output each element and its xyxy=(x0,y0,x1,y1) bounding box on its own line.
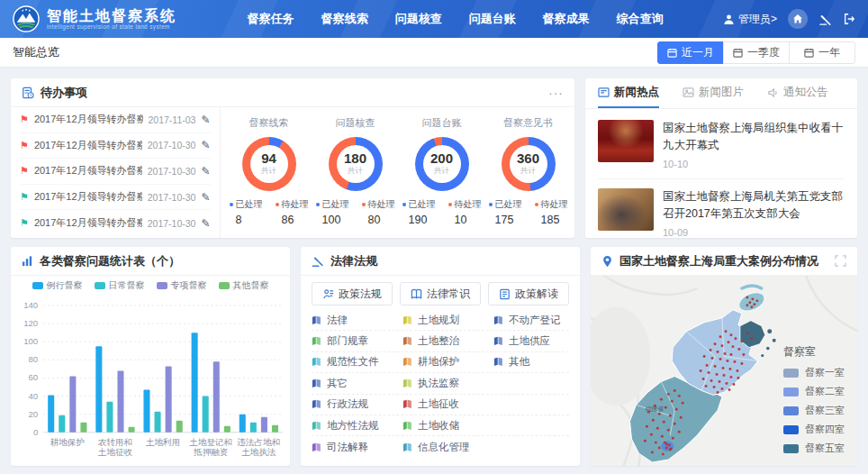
gauge-total-label: 共计 xyxy=(520,166,536,177)
gauge-title: 问题核查 xyxy=(312,116,399,130)
svg-text:土地利用: 土地利用 xyxy=(146,437,180,447)
law-link-label: 地方性法规 xyxy=(327,419,379,433)
gavel-icon[interactable] xyxy=(818,13,832,26)
map-legend-label: 督察一室 xyxy=(805,366,845,379)
map-title: 国家土地督察上海局重大案例分布情况 xyxy=(619,253,818,269)
fullscreen-icon[interactable] xyxy=(835,255,846,267)
map-legend-item-5: 督察五室 xyxy=(783,442,845,455)
gauge-donut: 180共计 xyxy=(329,137,383,191)
edit-icon[interactable]: ✎ xyxy=(201,191,210,204)
gauge-center: 94共计 xyxy=(242,137,296,191)
map-legend-item-4: 督察四室 xyxy=(783,423,845,436)
gauge-legend-pending: 待处理185 xyxy=(535,198,568,226)
law-button-3[interactable]: 政策解读 xyxy=(488,282,569,305)
todo-item-text: 2017年12月领导转办督察线索 xyxy=(34,113,143,126)
user-menu[interactable]: 管理员> xyxy=(723,12,777,27)
period-button-3[interactable]: 一年 xyxy=(789,41,855,64)
law-link-label: 不动产登记 xyxy=(509,314,561,327)
law-link-其他[interactable]: 其他 xyxy=(493,355,569,369)
news-item[interactable]: 国家土地督察上海局组织集中收看十九大开幕式10-10 xyxy=(598,111,845,178)
document-icon xyxy=(499,288,511,300)
gauge-legend-done: 已处理190 xyxy=(402,198,436,226)
law-link-土地规划[interactable]: 土地规划 xyxy=(402,314,493,327)
bar-chart: 020406080100120140耕地保护农转用和土地征收土地利用土地登记和抵… xyxy=(11,296,290,466)
gauge-legend-label: 已处理 xyxy=(230,198,263,211)
law-link-不动产登记[interactable]: 不动产登记 xyxy=(493,314,569,327)
law-link-规范性文件[interactable]: 规范性文件 xyxy=(312,355,402,369)
edit-icon[interactable]: ✎ xyxy=(201,114,210,126)
book-icon xyxy=(402,399,412,409)
gauge-问题核查: 问题核查180共计已处理100待处理80 xyxy=(312,114,399,238)
todo-item-date: 2017-10-30 xyxy=(148,140,196,150)
gauge-total-value: 180 xyxy=(344,151,366,167)
svg-text:40: 40 xyxy=(29,391,39,401)
bar-chart-icon xyxy=(22,255,33,267)
home-icon[interactable] xyxy=(788,9,808,29)
news-item-title[interactable]: 国家土地督察上海局组织集中收看十九大开幕式 xyxy=(663,120,845,155)
news-tab-3[interactable]: 通知公告 xyxy=(767,78,828,108)
law-link-地方性法规[interactable]: 地方性法规 xyxy=(312,419,402,433)
gauge-total-value: 94 xyxy=(261,151,276,167)
edit-icon[interactable]: ✎ xyxy=(201,165,210,178)
news-item-date: 10-09 xyxy=(663,227,845,238)
news-item[interactable]: 国家土地督察上海局机关第五党支部召开2017年第五次支部大会10-09 xyxy=(598,178,845,238)
period-button-2[interactable]: 一季度 xyxy=(723,41,790,64)
news-tab-2[interactable]: 新闻图片 xyxy=(683,78,744,108)
nav-item-5[interactable]: 督察成果 xyxy=(543,11,590,27)
gauge-legend: 已处理190待处理10 xyxy=(399,198,485,226)
todo-item[interactable]: ⚑2017年12月领导转办督察线索2017-11-03✎ xyxy=(20,107,211,133)
todo-item[interactable]: ⚑2017年12月领导转办督察线索2017-10-30✎ xyxy=(20,159,211,185)
app-title: 智能土地督察系统 xyxy=(47,8,181,24)
flag-icon: ⚑ xyxy=(20,141,29,150)
todo-item[interactable]: ⚑2017年12月领导转办督察线索2017-10-30✎ xyxy=(20,185,211,211)
logout-icon[interactable] xyxy=(843,13,855,25)
nav-item-6[interactable]: 综合查询 xyxy=(617,11,664,27)
nav-item-2[interactable]: 督察线索 xyxy=(321,11,368,27)
svg-text:80: 80 xyxy=(29,354,39,364)
todo-item[interactable]: ⚑2017年12月领导转办督察线索2017-10-30✎ xyxy=(20,210,211,236)
law-link-信息化管理[interactable]: 信息化管理 xyxy=(402,441,493,454)
laws-title: 法律法规 xyxy=(330,253,377,269)
nav-item-3[interactable]: 问题核查 xyxy=(395,11,442,27)
issue-chart-card: 各类督察问题统计表（个） 例行督察日常督察专项督察其他督察 0204060801… xyxy=(11,247,290,466)
law-link-耕地保护[interactable]: 耕地保护 xyxy=(402,355,493,369)
svg-text:100: 100 xyxy=(23,336,38,346)
legend-swatch-icon xyxy=(95,282,105,289)
news-item-title[interactable]: 国家土地督察上海局机关第五党支部召开2017年第五次支部大会 xyxy=(663,188,845,223)
law-link-土地整治[interactable]: 土地整治 xyxy=(402,334,493,348)
law-link-司法解释[interactable]: 司法解释 xyxy=(312,441,402,454)
nav-item-1[interactable]: 督察任务 xyxy=(248,11,294,27)
period-button-1[interactable]: 近一月 xyxy=(657,41,724,64)
calendar-icon xyxy=(733,48,743,58)
law-link-其它[interactable]: 其它 xyxy=(312,377,402,390)
law-links-row: 其它执法监察 xyxy=(312,373,569,394)
law-link-土地收储[interactable]: 土地收储 xyxy=(402,419,493,433)
law-button-1[interactable]: 政策法规 xyxy=(312,282,393,305)
law-link-土地供应[interactable]: 土地供应 xyxy=(493,334,569,348)
app-header: 智能土地督察系统 intelligent supervision of stat… xyxy=(0,0,868,38)
law-link-执法监察[interactable]: 执法监察 xyxy=(402,377,493,390)
law-link-土地征收[interactable]: 土地征收 xyxy=(402,397,493,411)
law-link-行政法规[interactable]: 行政法规 xyxy=(312,397,402,411)
todo-title: 待办事项 xyxy=(41,85,87,101)
law-link-部门规章[interactable]: 部门规章 xyxy=(312,334,402,348)
picture-icon xyxy=(683,87,694,97)
law-link-法律[interactable]: 法律 xyxy=(312,314,402,327)
nav-item-4[interactable]: 问题台账 xyxy=(469,11,516,27)
gauge-title: 问题台账 xyxy=(399,116,485,130)
edit-icon[interactable]: ✎ xyxy=(201,217,210,230)
news-card: 新闻热点新闻图片通知公告 国家土地督察上海局组织集中收看十九大开幕式10-10国… xyxy=(585,78,857,238)
book-icon xyxy=(402,357,412,367)
edit-icon[interactable]: ✎ xyxy=(201,139,210,151)
todo-more-button[interactable]: ··· xyxy=(548,88,564,97)
map-legend-item-2: 督察二室 xyxy=(783,385,845,398)
law-button-2[interactable]: 法律常识 xyxy=(400,282,481,305)
law-button-label: 法律常识 xyxy=(427,287,470,302)
legend-dot-icon xyxy=(316,203,320,206)
law-links-row: 地方性法规土地收储 xyxy=(312,415,569,436)
laws-card-header: 法律法规 xyxy=(301,247,580,276)
todo-item[interactable]: ⚑2017年12月领导转办督察线索2017-10-30✎ xyxy=(20,133,211,160)
book-icon xyxy=(402,421,412,431)
legend-dot-icon xyxy=(489,203,493,206)
news-tab-1[interactable]: 新闻热点 xyxy=(598,78,659,108)
